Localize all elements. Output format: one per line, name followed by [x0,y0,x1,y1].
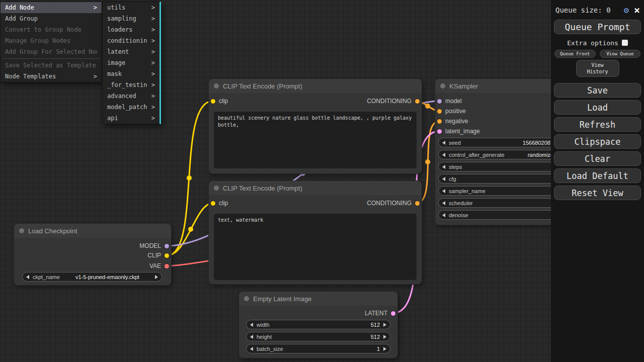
clip-output-dot[interactable] [165,253,169,258]
widget-value: 1566802087 [464,140,553,146]
widget-name: steps [449,164,462,170]
decrement-arrow-icon[interactable] [442,165,445,169]
queue-status-row: Queue size: 0 ⚙ × [555,5,640,15]
widget-ckpt-name[interactable]: ckpt_name v1-5-pruned-emaonly.ckpt [22,272,162,282]
submenu-item-advanced[interactable]: advanced > [103,90,159,102]
decrement-arrow-icon[interactable] [442,189,445,193]
submenu-item-for-testing[interactable]: _for_testing > [103,79,159,90]
decrement-arrow-icon[interactable] [442,213,445,217]
view-queue-button[interactable]: View Queue [600,50,641,58]
clip-input-dot[interactable] [211,201,215,206]
latent-output-dot[interactable] [391,311,395,316]
menu-item-add-node[interactable]: Add Node > [1,2,102,13]
widget-scheduler[interactable]: scheduler [438,198,564,208]
view-history-button[interactable]: View History [576,60,619,77]
port-label: model [445,98,462,105]
submenu-item-utils[interactable]: utils > [103,2,159,13]
port-label: MODEL [139,242,161,249]
conditioning-output-dot[interactable] [415,99,420,104]
node-collapse-dot[interactable] [244,296,249,301]
widget-width[interactable]: width 512 [246,320,390,329]
widget-batch-size[interactable]: batch_size 1 [246,344,390,353]
next-arrow-icon[interactable] [155,275,158,279]
widget-height[interactable]: height 512 [246,332,390,341]
node-titlebar[interactable]: CLIP Text Encode (Prompt) [209,181,422,195]
output-port-clip: CLIP [147,252,169,259]
widget-cfg[interactable]: cfg [438,174,564,184]
node-collapse-dot[interactable] [214,186,219,191]
positive-input-dot[interactable] [437,109,442,114]
widget-seed[interactable]: seed 1566802087 [438,138,564,147]
queue-prompt-button[interactable]: Queue Prompt [554,20,641,34]
submenu-item-latent[interactable]: latent > [103,46,159,57]
node-collapse-dot[interactable] [214,83,219,88]
latent-image-input-dot[interactable] [437,129,442,134]
increment-arrow-icon[interactable] [383,323,386,327]
decrement-arrow-icon[interactable] [442,201,445,205]
menu-item-add-group-for-selected-nodes[interactable]: Add Group For Selected Nodes [1,46,102,57]
clipspace-button[interactable]: Clipspace [554,134,641,149]
widget-steps[interactable]: steps [438,162,564,171]
increment-arrow-icon[interactable] [383,335,386,339]
node-empty-latent-image[interactable]: Empty Latent Image LATENT width 512 heig… [239,292,397,358]
menu-item-manage-group-nodes[interactable]: Manage Group Nodes [1,35,102,46]
model-output-dot[interactable] [165,244,169,248]
load-default-button[interactable]: Load Default [554,168,641,183]
clear-button[interactable]: Clear [554,151,641,166]
decrement-arrow-icon[interactable] [250,323,253,327]
submenu-item-sampling[interactable]: sampling > [103,13,159,24]
node-titlebar[interactable]: Empty Latent Image [239,292,397,306]
queue-front-button[interactable]: Queue Front [554,50,596,58]
menu-item-node-templates[interactable]: Node Templates > [1,71,102,82]
refresh-button[interactable]: Refresh [554,117,641,132]
submenu-chevron-icon: > [151,26,155,33]
previous-arrow-icon[interactable] [26,275,29,279]
vae-output-dot[interactable] [165,264,169,268]
decrement-arrow-icon[interactable] [442,153,445,157]
model-input-dot[interactable] [437,99,442,104]
save-button[interactable]: Save [554,83,641,98]
node-title-label: CLIP Text Encode (Prompt) [223,82,302,90]
node-titlebar[interactable]: CLIP Text Encode (Prompt) [209,79,422,93]
widget-control-after-generate[interactable]: control_after_generate randomize [438,150,564,159]
node-ksampler[interactable]: KSampler model positive negative latent_… [435,79,568,225]
submenu-item-loaders[interactable]: loaders > [103,24,159,35]
extra-options-checkbox[interactable] [622,40,628,46]
conditioning-output-dot[interactable] [415,201,420,206]
clip-input-dot[interactable] [211,99,215,104]
node-titlebar[interactable]: KSampler [435,79,568,93]
decrement-arrow-icon[interactable] [442,141,445,145]
node-clip-text-encode-negative[interactable]: CLIP Text Encode (Prompt) clip CONDITION… [209,181,422,284]
submenu-item-image[interactable]: image > [103,57,159,68]
decrement-arrow-icon[interactable] [250,347,253,351]
prompt-textarea[interactable]: beautiful scenery nature glass bottle la… [214,112,417,168]
submenu-item-mask[interactable]: mask > [103,68,159,79]
close-menu-icon[interactable]: × [634,5,640,15]
submenu-chevron-icon: > [151,70,155,77]
node-title-label: CLIP Text Encode (Prompt) [223,185,302,192]
widget-sampler-name[interactable]: sampler_name [438,186,564,196]
node-load-checkpoint[interactable]: Load Checkpoint MODEL CLIP VAE ckpt_name… [14,224,171,285]
menu-item-add-group[interactable]: Add Group [1,13,102,24]
prompt-textarea[interactable]: text, watermark [214,214,417,280]
widget-denoise[interactable]: denoise [438,210,564,220]
node-collapse-dot[interactable] [440,83,445,88]
menu-item-save-selected-as-template[interactable]: Save Selected as Template [1,60,102,71]
submenu-item-conditioning[interactable]: conditioning > [103,35,159,46]
node-clip-text-encode-positive[interactable]: CLIP Text Encode (Prompt) clip CONDITION… [209,79,422,173]
submenu-item-api[interactable]: api > [103,113,159,124]
node-collapse-dot[interactable] [19,228,24,233]
decrement-arrow-icon[interactable] [250,335,253,339]
settings-gear-icon[interactable]: ⚙ [624,5,629,15]
negative-input-dot[interactable] [437,119,442,124]
widget-name: sampler_name [449,188,486,194]
decrement-arrow-icon[interactable] [442,177,445,181]
submenu-item-model-patches[interactable]: model_patches > [103,102,159,113]
reset-view-button[interactable]: Reset View [554,186,641,200]
menu-item-convert-to-group-node[interactable]: Convert to Group Node [1,24,102,35]
widget-value: 512 [273,322,380,328]
load-button[interactable]: Load [554,100,641,115]
widget-name: width [257,322,270,328]
node-titlebar[interactable]: Load Checkpoint [14,224,171,238]
increment-arrow-icon[interactable] [383,347,386,351]
